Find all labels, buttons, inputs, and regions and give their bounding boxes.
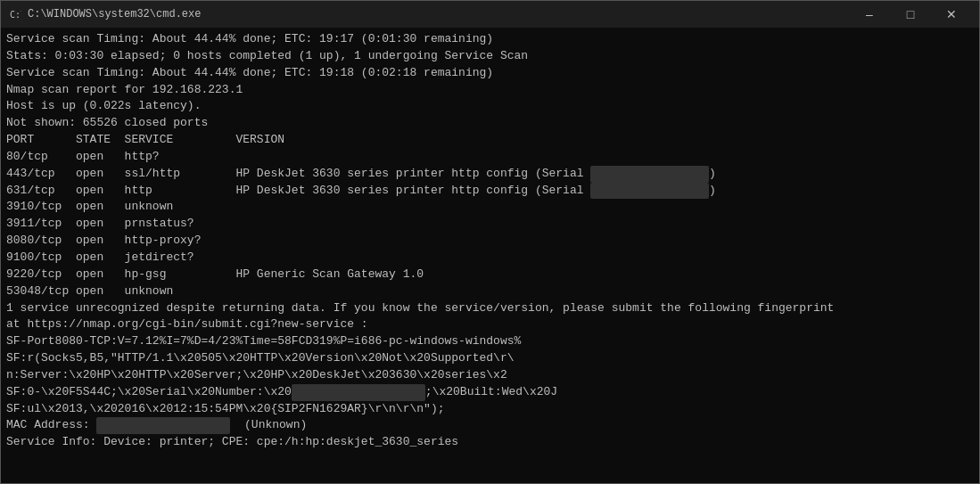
line-3: Service scan Timing: About 44.44% done; …: [6, 65, 974, 82]
line-5: Host is up (0.022s latency).: [6, 98, 974, 115]
redacted-3: [292, 384, 425, 401]
line-18: at https://nmap.org/cgi-bin/submit.cgi?n…: [6, 316, 974, 333]
line-20: SF:r(Socks5,B5,"HTTP/1.1\x20505\x20HTTP\…: [6, 350, 974, 367]
line-25: Service Info: Device: printer; CPE: cpe:…: [6, 434, 974, 451]
title-bar-left: C:\ C:\WINDOWS\system32\cmd.exe: [8, 7, 201, 21]
line-6: Not shown: 65526 closed ports: [6, 115, 974, 132]
line-23: SF:ul\x2013,\x202016\x2012:15:54PM\x20{S…: [6, 401, 974, 418]
line-13: 8080/tcp open http-proxy?: [6, 233, 974, 250]
line-16: 53048/tcp open unknown: [6, 283, 974, 300]
line-14: 9100/tcp open jetdirect?: [6, 250, 974, 267]
cmd-window: C:\ C:\WINDOWS\system32\cmd.exe – □ ✕ Se…: [0, 0, 980, 484]
line-22: SF:0-\x20F5S44C;\x20Serial\x20Number:\x2…: [6, 384, 974, 401]
window-title: C:\WINDOWS\system32\cmd.exe: [28, 8, 201, 21]
line-15: 9220/tcp open hp-gsg HP Generic Scan Gat…: [6, 267, 974, 283]
line-21: n:Server:\x20HP\x20HTTP\x20Server;\x20HP…: [6, 367, 974, 384]
window-controls: – □ ✕: [849, 1, 972, 28]
line-2: Stats: 0:03:30 elapsed; 0 hosts complete…: [6, 48, 974, 65]
line-9: 443/tcp open ssl/http HP DeskJet 3630 se…: [6, 166, 974, 183]
cmd-icon: C:\: [8, 7, 22, 21]
maximize-button[interactable]: □: [890, 1, 931, 28]
console-output: Service scan Timing: About 44.44% done; …: [1, 28, 979, 483]
line-7: PORT STATE SERVICE VERSION: [6, 132, 974, 149]
redacted-1: [590, 166, 709, 183]
minimize-button[interactable]: –: [849, 1, 890, 28]
line-4: Nmap scan report for 192.168.223.1: [6, 82, 974, 99]
line-8: 80/tcp open http?: [6, 149, 974, 166]
line-19: SF-Port8080-TCP:V=7.12%I=7%D=4/23%Time=5…: [6, 333, 974, 350]
line-12: 3911/tcp open prnstatus?: [6, 216, 974, 233]
line-11: 3910/tcp open unknown: [6, 199, 974, 216]
line-24: MAC Address: (Unknown): [6, 417, 974, 434]
close-button[interactable]: ✕: [931, 1, 972, 28]
line-1: Service scan Timing: About 44.44% done; …: [6, 31, 974, 48]
title-bar: C:\ C:\WINDOWS\system32\cmd.exe – □ ✕: [1, 1, 979, 28]
redacted-mac: [96, 417, 230, 434]
redacted-2: [590, 183, 709, 200]
svg-text:C:\: C:\: [10, 10, 21, 20]
line-10: 631/tcp open http HP DeskJet 3630 series…: [6, 183, 974, 200]
line-17: 1 service unrecognized despite returning…: [6, 300, 974, 317]
